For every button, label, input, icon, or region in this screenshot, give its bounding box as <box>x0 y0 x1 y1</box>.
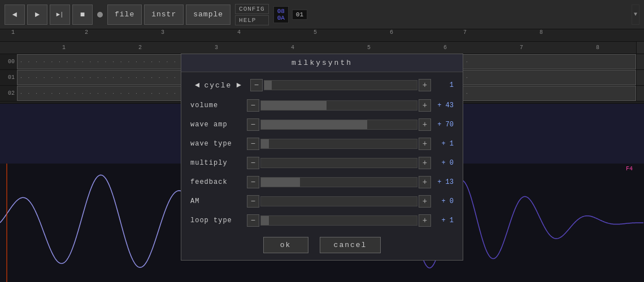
track-row-scroll-01 <box>636 70 644 85</box>
param-row-wave-type: wave type − + + 1 <box>190 136 454 151</box>
record-led <box>97 12 103 17</box>
play-button[interactable]: ► <box>27 5 47 25</box>
param-label-1: wave amp <box>190 121 247 129</box>
param-minus-2[interactable]: − <box>247 138 259 150</box>
stop-button[interactable]: ■ <box>72 5 93 25</box>
cycle-next-button[interactable]: ► <box>232 81 245 90</box>
rewind-button[interactable]: ◄ <box>5 5 25 25</box>
param-minus-0[interactable]: − <box>247 99 259 112</box>
scroll-right[interactable]: ▼ <box>632 5 639 25</box>
param-plus-0[interactable]: + <box>419 99 431 112</box>
ruler-mark-7: 7 <box>463 29 467 36</box>
param-value-0: + 43 <box>431 102 454 109</box>
waveform-label: F4 <box>626 166 633 172</box>
param-minus-5[interactable]: − <box>247 195 259 208</box>
param-value-5: + 0 <box>431 197 454 205</box>
param-plus-3[interactable]: + <box>419 157 431 169</box>
param-plus-5[interactable]: + <box>419 195 431 208</box>
param-slider-0[interactable] <box>260 100 417 111</box>
param-plus-6[interactable]: + <box>419 214 431 227</box>
param-row-AM: AM − + + 0 <box>190 194 454 209</box>
param-value-2: + 1 <box>431 140 454 148</box>
ruler-mark-1: 1 <box>11 29 15 36</box>
param-label-4: feedback <box>190 178 247 186</box>
param-label-6: loop type <box>190 217 247 224</box>
milkysynth-dialog: milkysynth ◄ cycle ► − + 1 volume − + + <box>181 54 463 261</box>
param-rows-container: volume − + + 43 wave amp − + + 70 wave t… <box>190 98 454 228</box>
param-slider-5[interactable] <box>260 196 417 206</box>
param-row-multiply: multiply − + + 0 <box>190 156 454 170</box>
cancel-button[interactable]: cancel <box>320 237 381 253</box>
instr-menu[interactable]: instr <box>144 5 184 25</box>
param-minus-6[interactable]: − <box>247 214 259 227</box>
dialog-title: milkysynth <box>181 54 463 72</box>
param-slider-fill-2 <box>261 139 269 148</box>
cycle-row: ◄ cycle ► − + 1 <box>190 79 454 91</box>
param-plus-2[interactable]: + <box>419 138 431 150</box>
param-label-2: wave type <box>190 140 247 148</box>
position-display: 01 <box>292 10 307 20</box>
param-plus-4[interactable]: + <box>419 176 431 188</box>
param-slider-fill-0 <box>261 101 327 110</box>
toolbar: ◄ ► ►| ■ file instr sample CONFIG HELP 0… <box>0 0 644 29</box>
dialog-body: ◄ cycle ► − + 1 volume − + + 43 wave amp <box>181 72 463 260</box>
cycle-minus-button[interactable]: − <box>250 79 263 91</box>
ruler-mark-5: 5 <box>314 29 317 36</box>
ruler-mark-6: 6 <box>390 29 393 36</box>
ruler-mark-4: 4 <box>237 29 241 36</box>
param-slider-3[interactable] <box>260 158 417 168</box>
ok-button[interactable]: ok <box>263 237 308 253</box>
cycle-slider-fill <box>264 81 272 90</box>
param-row-volume: volume − + + 43 <box>190 98 454 113</box>
pattern-display: 08 0A <box>273 6 289 23</box>
track-scroll-h <box>636 42 644 54</box>
param-minus-3[interactable]: − <box>247 157 259 169</box>
param-slider-6[interactable] <box>260 215 417 226</box>
ruler-mark-8: 8 <box>539 29 543 36</box>
param-minus-1[interactable]: − <box>247 118 259 131</box>
ruler-top: 1 2 3 4 5 6 7 8 <box>0 29 644 42</box>
param-slider-4[interactable] <box>260 177 417 187</box>
param-slider-fill-1 <box>261 120 367 129</box>
ruler-mark-2: 2 <box>85 29 88 36</box>
file-menu[interactable]: file <box>107 5 142 25</box>
param-value-3: + 0 <box>431 159 454 167</box>
param-plus-1[interactable]: + <box>419 118 431 131</box>
param-slider-1[interactable] <box>260 120 417 130</box>
param-value-4: + 13 <box>431 178 454 186</box>
param-row-feedback: feedback − + + 13 <box>190 175 454 190</box>
cycle-value: 1 <box>431 81 454 89</box>
config-button[interactable]: CONFIG <box>235 4 269 14</box>
param-slider-2[interactable] <box>260 139 417 149</box>
param-value-1: + 70 <box>431 121 454 129</box>
param-label-3: multiply <box>190 159 247 167</box>
cycle-label: cycle <box>204 81 232 90</box>
param-label-5: AM <box>190 197 247 205</box>
cycle-prev-button[interactable]: ◄ <box>190 81 204 90</box>
ruler-mark-3: 3 <box>161 29 164 36</box>
dialog-buttons: ok cancel <box>190 237 454 253</box>
help-button[interactable]: HELP <box>235 15 269 25</box>
param-minus-4[interactable]: − <box>247 176 259 188</box>
param-slider-fill-6 <box>261 216 269 225</box>
param-row-loop-type: loop type − + + 1 <box>190 213 454 228</box>
cycle-plus-button[interactable]: + <box>419 79 431 91</box>
param-row-wave-amp: wave amp − + + 70 <box>190 117 454 132</box>
track-row-scroll-00 <box>636 54 644 69</box>
param-slider-fill-4 <box>261 178 300 187</box>
param-value-6: + 1 <box>431 217 454 224</box>
cycle-slider[interactable] <box>264 80 417 90</box>
param-label-0: volume <box>190 102 247 109</box>
play-end-button[interactable]: ►| <box>50 5 70 25</box>
track-row-scroll-02 <box>636 86 644 101</box>
track-ruler: 1 2 3 4 5 6 7 8 <box>0 42 644 54</box>
sample-menu[interactable]: sample <box>186 5 230 25</box>
